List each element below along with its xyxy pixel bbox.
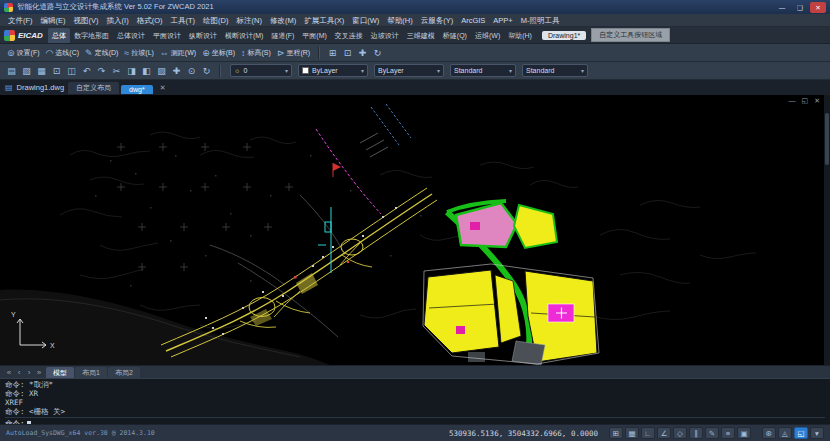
ribbon-tab[interactable]: 总体: [48, 28, 70, 43]
profile-button[interactable]: ≈ 拉坡(L): [121, 47, 157, 59]
print-icon[interactable]: ⊡: [49, 64, 64, 78]
layout-tab[interactable]: 模型: [46, 367, 74, 378]
menu-item[interactable]: 扩展工具(X): [300, 14, 348, 27]
layout-tab[interactable]: 布局1: [75, 367, 107, 378]
zoom-extents-icon[interactable]: ⊡: [340, 46, 355, 60]
copy-icon[interactable]: ◨: [124, 64, 139, 78]
ribbon-tab[interactable]: 边坡设计: [367, 28, 403, 43]
menu-item[interactable]: 绘图(D): [199, 14, 232, 27]
tool-icon: ≈: [124, 48, 129, 58]
ribbon-tab[interactable]: 隧道(F): [267, 28, 298, 43]
menu-item[interactable]: 视图(V): [70, 14, 103, 27]
match-properties-icon[interactable]: ▨: [154, 64, 169, 78]
dimstyle-combo[interactable]: Standard ▾: [522, 64, 588, 77]
menu-item[interactable]: 窗口(W): [348, 14, 383, 27]
dwg-file-icon: ▤: [5, 83, 13, 92]
osnap-toggle[interactable]: ◇: [673, 427, 687, 439]
doc-minimize-icon[interactable]: —: [789, 97, 796, 105]
close-button[interactable]: ✕: [810, 2, 826, 13]
dyn-toggle[interactable]: ✎: [705, 427, 719, 439]
save-icon[interactable]: ▦: [34, 64, 49, 78]
menu-item[interactable]: APP+: [489, 14, 516, 27]
zoom-icon[interactable]: ⊙: [184, 64, 199, 78]
maximize-button[interactable]: ❑: [792, 2, 808, 13]
drawing-canvas[interactable]: X Y: [0, 95, 830, 365]
new-file-icon[interactable]: ▤: [4, 64, 19, 78]
ribbon-tab[interactable]: 交叉连接: [331, 28, 367, 43]
regen-icon[interactable]: ↻: [199, 64, 214, 78]
command-window[interactable]: 命令: *取消*命令: XRXREF命令: <栅格 关> 命令:: [0, 378, 830, 424]
paste-icon[interactable]: ◧: [139, 64, 154, 78]
canvas-scrollbar[interactable]: [824, 95, 830, 365]
prev-tab-icon[interactable]: ‹: [14, 367, 24, 378]
ribbon-tab[interactable]: 平面设计: [149, 28, 185, 43]
menu-item[interactable]: 云服务(Y): [417, 14, 458, 27]
alignment-button[interactable]: ◠ 选线(C): [43, 47, 83, 59]
cut-icon[interactable]: ✂: [109, 64, 124, 78]
layer-combo[interactable]: ☼ 0 ▾: [230, 64, 292, 77]
ribbon-tab[interactable]: 数字地形图: [70, 28, 113, 43]
menu-item[interactable]: 文件(F): [4, 14, 37, 27]
minimize-button[interactable]: —: [774, 2, 790, 13]
redo-icon[interactable]: ↷: [94, 64, 109, 78]
linetype-combo[interactable]: ByLayer ▾: [374, 64, 444, 77]
elevation-button[interactable]: ↕ 标高(S): [238, 47, 274, 59]
route-button[interactable]: ✎ 定线(D): [82, 47, 121, 59]
menu-item[interactable]: ArcGIS: [457, 14, 489, 27]
coordinate-button[interactable]: ⊕ 坐标(B): [199, 47, 238, 59]
ribbon-tab[interactable]: 三维建模: [403, 28, 439, 43]
menu-item[interactable]: M-照明工具: [517, 14, 564, 27]
menu-item[interactable]: 插入(I): [103, 14, 133, 27]
layout-tab[interactable]: 布局2: [108, 367, 140, 378]
workspace-icon[interactable]: ⊛: [762, 427, 776, 439]
close-drawing-icon[interactable]: ✕: [157, 84, 169, 92]
doc-close-icon[interactable]: ✕: [814, 97, 820, 105]
drawing-canvas-area[interactable]: X Y — ◱ ✕: [0, 95, 830, 365]
drawing-file-tab[interactable]: dwg*: [121, 85, 153, 94]
measure-button[interactable]: ⇔ 测距(W): [157, 47, 199, 59]
settings-button[interactable]: ⊚ 设置(F): [4, 47, 43, 59]
active-drawing-tab[interactable]: Drawing1*: [542, 31, 586, 40]
model-paper-toggle[interactable]: ▣: [737, 427, 751, 439]
grid-toggle[interactable]: ▦: [625, 427, 639, 439]
first-tab-icon[interactable]: «: [4, 367, 14, 378]
textstyle-combo[interactable]: Standard ▾: [450, 64, 516, 77]
file-name-label[interactable]: Drawing1.dwg: [17, 83, 65, 92]
snap-toggle[interactable]: ⊞: [609, 427, 623, 439]
ribbon-tab[interactable]: 平面(M): [298, 28, 331, 43]
next-tab-icon[interactable]: ›: [24, 367, 34, 378]
pan-icon[interactable]: ✚: [169, 64, 184, 78]
ribbon-tab[interactable]: 运维(W): [471, 28, 504, 43]
undo-icon[interactable]: ↶: [79, 64, 94, 78]
ribbon-tab[interactable]: 桥隧(Q): [439, 28, 471, 43]
regen-icon[interactable]: ↻: [370, 46, 385, 60]
menu-item[interactable]: 工具(T): [167, 14, 200, 27]
status-menu-icon[interactable]: ▾: [810, 427, 824, 439]
color-combo[interactable]: ByLayer ▾: [298, 64, 368, 77]
preview-icon[interactable]: ◫: [64, 64, 79, 78]
open-file-icon[interactable]: ▧: [19, 64, 34, 78]
command-prompt[interactable]: 命令:: [5, 417, 825, 424]
last-tab-icon[interactable]: »: [34, 367, 44, 378]
fullscreen-icon[interactable]: ◱: [794, 427, 808, 439]
lineweight-toggle[interactable]: ≡: [721, 427, 735, 439]
menu-item[interactable]: 标注(N): [233, 14, 266, 27]
menu-item[interactable]: 格式(O): [133, 14, 167, 27]
menu-item[interactable]: 帮助(H): [383, 14, 416, 27]
menu-item[interactable]: 编辑(E): [37, 14, 70, 27]
ribbon-tab[interactable]: 总体设计: [113, 28, 149, 43]
drawing-file-tab[interactable]: 自定义布局: [68, 82, 119, 94]
otrack-toggle[interactable]: ∥: [689, 427, 703, 439]
menu-item[interactable]: 修改(M): [266, 14, 300, 27]
ribbon-tab[interactable]: 纵断设计: [185, 28, 221, 43]
doc-restore-icon[interactable]: ◱: [802, 97, 809, 105]
chainage-button[interactable]: ⊳ 里程(R): [274, 47, 313, 59]
pan-icon[interactable]: ✚: [355, 46, 370, 60]
ribbon-tab[interactable]: 横断设计(M): [221, 28, 268, 43]
polar-toggle[interactable]: ∠: [657, 427, 671, 439]
ribbon-tab[interactable]: 帮助(H): [504, 28, 536, 43]
annotation-scale-icon[interactable]: ◬: [778, 427, 792, 439]
zoom-window-icon[interactable]: ⊞: [325, 46, 340, 60]
ortho-toggle[interactable]: ∟: [641, 427, 655, 439]
layer-visibility-icon: ☼: [234, 67, 240, 74]
